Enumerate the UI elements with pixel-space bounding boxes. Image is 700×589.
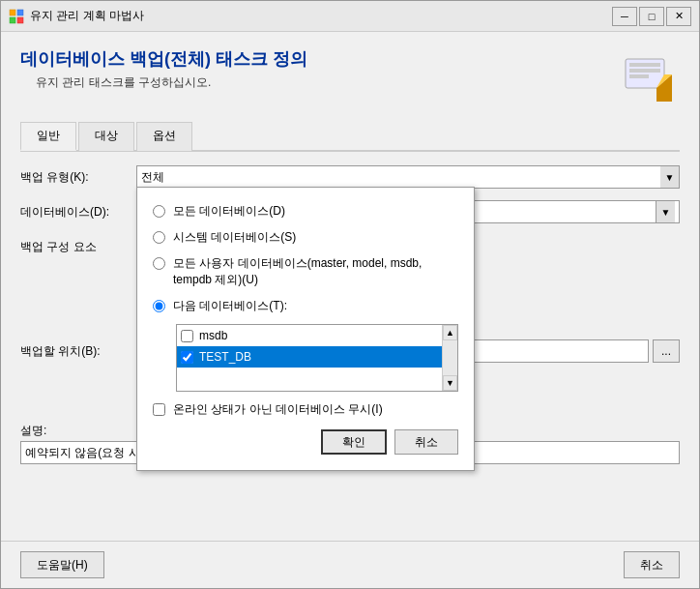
confirm-button[interactable]: 확인 — [321, 429, 387, 455]
tab-target[interactable]: 대상 — [78, 122, 134, 151]
offline-ignore-row: 온라인 상태가 아닌 데이터베이스 무시(I) — [153, 401, 458, 418]
page-title-area: 데이터베이스 백업(전체) 태스크 정의 유지 관리 태스크를 구성하십시오. — [20, 47, 307, 91]
checkbox-testdb[interactable] — [181, 351, 193, 364]
window-controls: ─ □ ✕ — [612, 7, 691, 26]
header-icon — [618, 47, 680, 109]
backup-components-label: 백업 구성 요소 — [20, 239, 136, 255]
main-window: 유지 관리 계획 마법사 ─ □ ✕ 데이터베이스 백업(전체) 태스크 정의 … — [0, 0, 700, 589]
radio-user-databases[interactable] — [153, 257, 165, 270]
svg-rect-0 — [10, 10, 15, 15]
database-label: 데이터베이스(D): — [20, 204, 136, 221]
radio-specific-databases-label: 다음 데이터베이스(T): — [173, 298, 287, 314]
database-dropdown-arrow-icon: ▼ — [656, 201, 675, 222]
svg-rect-5 — [629, 63, 660, 67]
close-button[interactable]: ✕ — [666, 7, 691, 26]
window-footer: 도움말(H) 취소 — [1, 541, 699, 588]
page-header: 데이터베이스 백업(전체) 태스크 정의 유지 관리 태스크를 구성하십시오. — [20, 47, 680, 109]
page-title: 데이터베이스 백업(전체) 태스크 정의 — [20, 47, 307, 71]
window-title: 유지 관리 계획 마법사 — [30, 8, 612, 24]
backup-type-select-wrapper: 전체 ▼ — [136, 165, 680, 189]
db-name-msdb: msdb — [199, 329, 227, 342]
help-button[interactable]: 도움말(H) — [20, 551, 104, 578]
tab-bar: 일반 대상 옵션 — [20, 121, 680, 152]
nav-buttons: 취소 — [624, 551, 680, 578]
checkbox-msdb[interactable] — [181, 330, 193, 342]
page-subtitle: 유지 관리 태스크를 구성하십시오. — [36, 74, 307, 91]
popup-radio-user-db: 모든 사용자 데이터베이스(master, model, msdb, tempd… — [153, 255, 458, 288]
radio-all-databases[interactable] — [153, 205, 165, 218]
scroll-down-button[interactable]: ▼ — [443, 375, 457, 391]
tab-general[interactable]: 일반 — [20, 122, 76, 151]
location-browse-button[interactable]: ... — [653, 339, 680, 363]
database-list: msdb TEST_DB — [177, 325, 442, 368]
db-list-scrollbar: ▲ ▼ — [442, 325, 457, 391]
window-content: 데이터베이스 백업(전체) 태스크 정의 유지 관리 태스크를 구성하십시오. … — [1, 32, 699, 541]
db-name-testdb: TEST_DB — [199, 350, 251, 364]
radio-user-databases-label: 모든 사용자 데이터베이스(master, model, msdb, tempd… — [173, 255, 458, 288]
minimize-button[interactable]: ─ — [612, 7, 637, 26]
tab-options[interactable]: 옵션 — [136, 122, 192, 151]
radio-system-databases[interactable] — [153, 231, 165, 244]
db-list-item-testdb[interactable]: TEST_DB — [177, 346, 442, 368]
main-form: 백업 유형(K): 전체 ▼ 데이터베이스(D): <Select one or… — [20, 152, 680, 525]
checkbox-offline-ignore[interactable] — [153, 403, 165, 416]
database-list-container: msdb TEST_DB ▲ ▼ — [176, 324, 458, 392]
popup-buttons: 확인 취소 — [153, 429, 458, 455]
popup-radio-all-db: 모든 데이터베이스(D) — [153, 203, 458, 220]
svg-rect-1 — [17, 10, 23, 15]
offline-ignore-label: 온라인 상태가 아닌 데이터베이스 무시(I) — [173, 401, 383, 418]
app-icon — [9, 9, 24, 24]
scroll-up-button[interactable]: ▲ — [443, 325, 457, 340]
svg-rect-6 — [629, 69, 660, 73]
database-selection-popup: 모든 데이터베이스(D) 시스템 데이터베이스(S) 모든 사용자 데이터베이스… — [136, 187, 475, 471]
scroll-track — [443, 340, 457, 375]
svg-rect-3 — [17, 17, 23, 23]
popup-radio-specific-db: 다음 데이터베이스(T): — [153, 298, 458, 314]
svg-rect-2 — [10, 17, 15, 23]
popup-radio-system-db: 시스템 데이터베이스(S) — [153, 229, 458, 246]
backup-location-label: 백업할 위치(B): — [20, 343, 136, 360]
backup-type-select[interactable]: 전체 — [136, 165, 680, 189]
title-bar: 유지 관리 계획 마법사 ─ □ ✕ — [1, 1, 699, 32]
maximize-button[interactable]: □ — [639, 7, 664, 26]
radio-system-databases-label: 시스템 데이터베이스(S) — [173, 229, 296, 246]
radio-all-databases-label: 모든 데이터베이스(D) — [173, 203, 285, 220]
cancel-button[interactable]: 취소 — [624, 551, 680, 578]
db-list-item-msdb[interactable]: msdb — [177, 325, 442, 346]
cancel-popup-button[interactable]: 취소 — [394, 429, 458, 455]
backup-type-label: 백업 유형(K): — [20, 169, 136, 186]
svg-rect-7 — [629, 74, 649, 78]
radio-specific-databases[interactable] — [153, 300, 165, 312]
